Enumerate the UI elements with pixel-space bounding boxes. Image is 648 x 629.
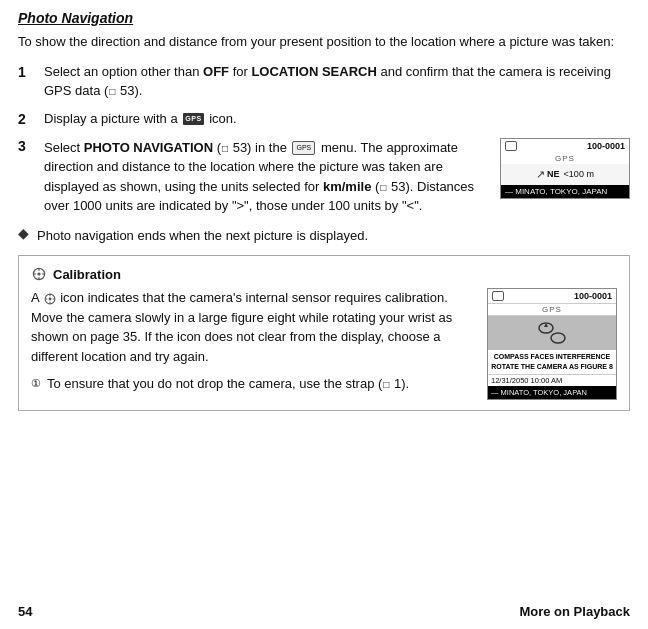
book-icon-note: □ (383, 377, 389, 392)
cam1-left-icon (505, 141, 517, 151)
cam2-calibration-area (488, 316, 616, 350)
cam2-compass-line2: ROTATE THE CAMERA AS FIGURE 8 (491, 362, 613, 372)
calibration-icon (31, 266, 47, 282)
svg-point-1 (37, 272, 40, 275)
footer-section-label: More on Playback (519, 604, 630, 619)
camera-screen-2: 100-0001 GPS COMPASS FACES INTERFER (487, 288, 617, 400)
cam1-compass-row: ↗ NE <100 m (501, 164, 629, 185)
cam2-gps-label: GPS (488, 304, 616, 316)
cam2-location: — MINATO, TOKYO, JAPAN (488, 386, 616, 399)
section-title: Photo Navigation (18, 10, 630, 26)
step-1: 1 Select an option other than OFF for LO… (18, 62, 630, 101)
step-2-number: 2 (18, 109, 40, 130)
cam2-compass-text: COMPASS FACES INTERFERENCE ROTATE THE CA… (488, 350, 616, 374)
cam1-ne: NE (547, 169, 560, 179)
cam1-location: — MINATO, TOKYO, JAPAN (501, 185, 629, 198)
bullet-item: ◆ Photo navigation ends when the next pi… (18, 226, 630, 246)
calibration-body: A icon indicates that the camera's inter… (31, 288, 475, 394)
cam1-direction-display: ↗ NE <100 m (536, 168, 594, 181)
calibration-note: ① To ensure that you do not drop the cam… (31, 374, 475, 394)
figure-eight-icon (536, 320, 568, 346)
step-2: 2 Display a picture with a GPS icon. (18, 109, 630, 130)
camera-display-1: 100-0001 GPS ↗ NE <100 m — MINATO, TOKYO… (500, 138, 630, 199)
cam2-top-row: 100-0001 (488, 289, 616, 304)
page: Photo Navigation To show the direction a… (0, 0, 648, 451)
cam1-distance: <100 m (564, 169, 594, 179)
cam1-arrow: ↗ (536, 168, 545, 181)
camera-display-2: 100-0001 GPS COMPASS FACES INTERFER (487, 288, 617, 400)
page-footer: 54 More on Playback (18, 604, 630, 619)
km-mile-label: km/mile (323, 179, 371, 194)
gps-icon-inline-step2: GPS (183, 113, 203, 126)
bullet-text: Photo navigation ends when the next pict… (37, 226, 368, 246)
cam1-gps-label: GPS (501, 153, 629, 164)
gps-menu-icon: GPS (292, 141, 315, 156)
cam1-number: 100-0001 (587, 141, 625, 151)
step-1-content: Select an option other than OFF for LOCA… (44, 62, 630, 101)
svg-point-7 (48, 297, 51, 300)
book-icon-3a: □ (222, 141, 228, 156)
bullet-diamond-icon: ◆ (18, 225, 29, 241)
step-1-number: 1 (18, 62, 40, 83)
note-circle-icon: ① (31, 375, 41, 392)
calibration-box: Calibration A icon indicates that the ca… (18, 255, 630, 411)
step-3-wrapper: 3 Select PHOTO NAVIGATION (□ 53) in the … (18, 138, 630, 216)
cam2-compass-line1: COMPASS FACES INTERFERENCE (491, 352, 613, 362)
cam2-left-icon (492, 291, 504, 301)
calibration-title-text: Calibration (53, 267, 121, 282)
book-icon-3b: □ (380, 180, 386, 195)
calibration-note-text: To ensure that you do not drop the camer… (47, 374, 409, 394)
calibration-title: Calibration (31, 266, 617, 282)
cam1-top-row: 100-0001 (501, 139, 629, 153)
calibration-content: A icon indicates that the camera's inter… (31, 288, 617, 400)
photo-nav-label: PHOTO NAVIGATION (84, 140, 213, 155)
steps-list: 1 Select an option other than OFF for LO… (18, 62, 630, 216)
step-3-number: 3 (18, 138, 40, 154)
intro-text: To show the direction and distance from … (18, 32, 630, 52)
location-search-label: LOCATION SEARCH (251, 64, 376, 79)
off-label: OFF (203, 64, 229, 79)
calibration-body-icon (43, 292, 57, 306)
footer-page-number: 54 (18, 604, 32, 619)
book-icon-1: □ (109, 84, 115, 99)
step-3-content: Select PHOTO NAVIGATION (□ 53) in the GP… (44, 138, 488, 216)
svg-point-13 (551, 333, 565, 343)
cam2-datetime: 12/31/2050 10:00 AM (488, 374, 616, 386)
step-2-content: Display a picture with a GPS icon. (44, 109, 630, 129)
cam2-number: 100-0001 (574, 291, 612, 301)
camera-screen-1: 100-0001 GPS ↗ NE <100 m — MINATO, TOKYO… (500, 138, 630, 199)
